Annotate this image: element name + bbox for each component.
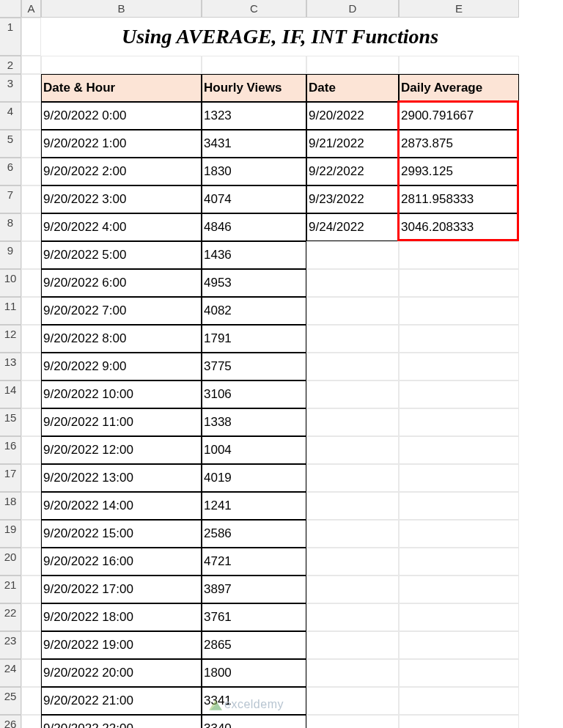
cell-hourly-views[interactable]: 1800 <box>202 659 306 687</box>
cell-daily-average[interactable] <box>399 548 519 576</box>
cell-daily-average[interactable] <box>399 241 519 269</box>
cell-a22[interactable] <box>21 603 41 631</box>
row-header-1[interactable]: 1 <box>0 18 21 56</box>
cell-a11[interactable] <box>21 297 41 325</box>
row-header-20[interactable]: 20 <box>0 548 21 576</box>
cell-date[interactable]: 9/20/2022 <box>306 102 399 130</box>
cell-daily-average[interactable] <box>399 603 519 631</box>
cell-e2[interactable] <box>399 56 519 74</box>
cell-daily-average[interactable] <box>399 492 519 520</box>
cell-date[interactable] <box>306 548 399 576</box>
cell-hourly-views[interactable]: 3775 <box>202 353 306 380</box>
row-header-22[interactable]: 22 <box>0 603 21 631</box>
cell-date-hour[interactable]: 9/20/2022 8:00 <box>41 325 202 353</box>
cell-daily-average[interactable] <box>399 297 519 325</box>
cell-date[interactable] <box>306 464 399 492</box>
cell-date-hour[interactable]: 9/20/2022 17:00 <box>41 576 202 603</box>
cell-hourly-views[interactable]: 2586 <box>202 520 306 548</box>
row-header-11[interactable]: 11 <box>0 297 21 325</box>
col-header-d[interactable]: D <box>306 0 399 18</box>
row-header-2[interactable]: 2 <box>0 56 21 74</box>
col-header-a[interactable]: A <box>21 0 41 18</box>
cell-hourly-views[interactable]: 3341 <box>202 687 306 715</box>
cell-hourly-views[interactable]: 2865 <box>202 631 306 659</box>
cell-date-hour[interactable]: 9/20/2022 10:00 <box>41 380 202 408</box>
cell-date-hour[interactable]: 9/20/2022 12:00 <box>41 436 202 464</box>
cell-a8[interactable] <box>21 213 41 241</box>
cell-date-hour[interactable]: 9/20/2022 7:00 <box>41 297 202 325</box>
cell-a12[interactable] <box>21 325 41 353</box>
cell-date[interactable] <box>306 353 399 380</box>
cell-hourly-views[interactable]: 1338 <box>202 408 306 436</box>
cell-date-hour[interactable]: 9/20/2022 22:00 <box>41 715 202 728</box>
col-header-e[interactable]: E <box>399 0 519 18</box>
row-header-23[interactable]: 23 <box>0 631 21 659</box>
cell-daily-average[interactable] <box>399 436 519 464</box>
row-header-8[interactable]: 8 <box>0 213 21 241</box>
cell-hourly-views[interactable]: 1791 <box>202 325 306 353</box>
cell-date-hour[interactable]: 9/20/2022 21:00 <box>41 687 202 715</box>
row-header-4[interactable]: 4 <box>0 102 21 130</box>
header-date-hour[interactable]: Date & Hour <box>41 74 202 102</box>
row-header-7[interactable]: 7 <box>0 185 21 213</box>
cell-a1[interactable] <box>21 18 41 56</box>
cell-date[interactable] <box>306 659 399 687</box>
cell-daily-average[interactable] <box>399 520 519 548</box>
row-header-16[interactable]: 16 <box>0 436 21 464</box>
cell-a14[interactable] <box>21 380 41 408</box>
cell-hourly-views[interactable]: 3106 <box>202 380 306 408</box>
page-title[interactable]: Using AVERAGE, IF, INT Functions <box>41 18 519 56</box>
row-header-12[interactable]: 12 <box>0 325 21 353</box>
row-header-14[interactable]: 14 <box>0 380 21 408</box>
header-date[interactable]: Date <box>306 74 399 102</box>
row-header-21[interactable]: 21 <box>0 576 21 603</box>
cell-hourly-views[interactable]: 4721 <box>202 548 306 576</box>
cell-hourly-views[interactable]: 1004 <box>202 436 306 464</box>
cell-daily-average[interactable]: 2811.958333 <box>399 185 519 213</box>
cell-a3[interactable] <box>21 74 41 102</box>
cell-a25[interactable] <box>21 687 41 715</box>
cell-hourly-views[interactable]: 3761 <box>202 603 306 631</box>
row-header-9[interactable]: 9 <box>0 241 21 269</box>
cell-a6[interactable] <box>21 158 41 185</box>
cell-daily-average[interactable] <box>399 269 519 297</box>
cell-daily-average[interactable]: 3046.208333 <box>399 213 519 241</box>
cell-date[interactable] <box>306 715 399 728</box>
cell-date[interactable] <box>306 325 399 353</box>
cell-date-hour[interactable]: 9/20/2022 2:00 <box>41 158 202 185</box>
cell-a13[interactable] <box>21 353 41 380</box>
cell-date[interactable] <box>306 576 399 603</box>
cell-daily-average[interactable]: 2900.791667 <box>399 102 519 130</box>
cell-daily-average[interactable] <box>399 631 519 659</box>
cell-b2[interactable] <box>41 56 202 74</box>
cell-a2[interactable] <box>21 56 41 74</box>
cell-date[interactable]: 9/24/2022 <box>306 213 399 241</box>
row-header-18[interactable]: 18 <box>0 492 21 520</box>
cell-date-hour[interactable]: 9/20/2022 9:00 <box>41 353 202 380</box>
cell-a9[interactable] <box>21 241 41 269</box>
cell-a5[interactable] <box>21 130 41 158</box>
cell-a20[interactable] <box>21 548 41 576</box>
row-header-17[interactable]: 17 <box>0 464 21 492</box>
cell-hourly-views[interactable]: 1830 <box>202 158 306 185</box>
cell-a24[interactable] <box>21 659 41 687</box>
row-header-5[interactable]: 5 <box>0 130 21 158</box>
cell-date-hour[interactable]: 9/20/2022 11:00 <box>41 408 202 436</box>
cell-date-hour[interactable]: 9/20/2022 13:00 <box>41 464 202 492</box>
cell-hourly-views[interactable]: 1323 <box>202 102 306 130</box>
cell-date[interactable] <box>306 520 399 548</box>
cell-hourly-views[interactable]: 1241 <box>202 492 306 520</box>
cell-daily-average[interactable]: 2993.125 <box>399 158 519 185</box>
select-all-corner[interactable] <box>0 0 21 18</box>
cell-a26[interactable] <box>21 715 41 728</box>
cell-date[interactable] <box>306 297 399 325</box>
cell-d2[interactable] <box>306 56 399 74</box>
row-header-13[interactable]: 13 <box>0 353 21 380</box>
cell-hourly-views[interactable]: 3340 <box>202 715 306 728</box>
cell-date-hour[interactable]: 9/20/2022 3:00 <box>41 185 202 213</box>
cell-hourly-views[interactable]: 3431 <box>202 130 306 158</box>
cell-date[interactable]: 9/23/2022 <box>306 185 399 213</box>
cell-a4[interactable] <box>21 102 41 130</box>
row-header-25[interactable]: 25 <box>0 687 21 715</box>
cell-daily-average[interactable] <box>399 325 519 353</box>
